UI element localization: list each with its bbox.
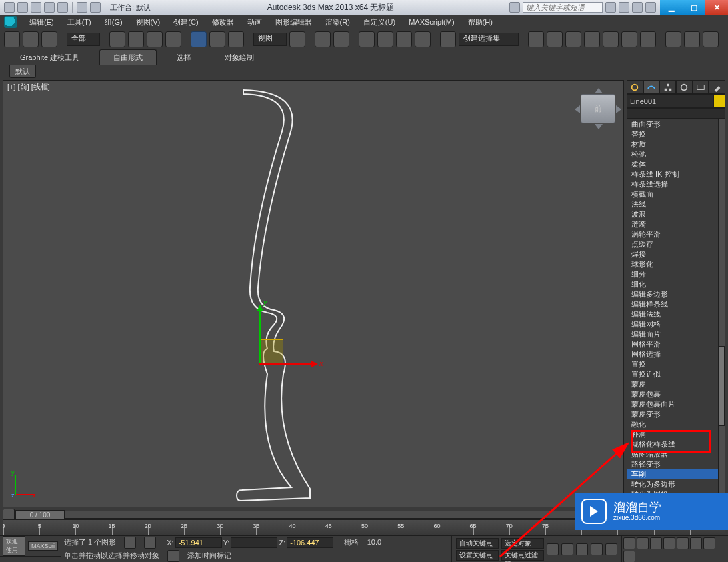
modifier-item[interactable]: 补洞: [627, 429, 725, 439]
menu-0[interactable]: 编辑(E): [23, 18, 61, 26]
time-tag-icon[interactable]: [167, 550, 179, 562]
qat-save-icon[interactable]: [31, 2, 41, 13]
unlink-icon[interactable]: [23, 31, 39, 47]
ribbon-tab-freeform[interactable]: 自由形式: [99, 49, 157, 65]
cp-tab-display[interactable]: [693, 80, 709, 94]
modifier-item[interactable]: 网格平滑: [627, 339, 725, 349]
cp-tab-modify[interactable]: [643, 80, 660, 94]
object-color-swatch[interactable]: [713, 95, 725, 108]
menu-7[interactable]: 图形编辑器: [269, 18, 319, 26]
qat-open-icon[interactable]: [17, 2, 28, 13]
modifier-item[interactable]: 细化: [627, 279, 725, 289]
ribbon-tab-paint[interactable]: 对象绘制: [211, 50, 267, 65]
viewcube-face[interactable]: 前: [595, 104, 602, 114]
spinner-snap-icon[interactable]: [415, 31, 431, 47]
gizmo-x-arrow-icon[interactable]: [311, 361, 318, 367]
modifier-item[interactable]: 横截面: [627, 189, 725, 199]
menu-4[interactable]: 创建(C): [167, 18, 205, 26]
modifier-item[interactable]: 编辑网格: [627, 319, 725, 329]
gizmo-y-axis[interactable]: [259, 311, 261, 363]
render-setup-icon[interactable]: [665, 31, 681, 47]
viewcube-up-arrow-icon[interactable]: [595, 88, 603, 93]
modifier-item[interactable]: 柔体: [627, 159, 725, 169]
object-name-field[interactable]: Line001: [627, 95, 713, 108]
search-icon[interactable]: [605, 2, 616, 13]
menu-6[interactable]: 动画: [241, 18, 269, 26]
menu-9[interactable]: 自定义(U): [357, 18, 402, 26]
modifier-item[interactable]: 规格化样条线: [627, 439, 725, 449]
modifier-item[interactable]: 焊接: [627, 249, 725, 259]
info-arrow-icon[interactable]: [509, 2, 520, 13]
modifier-item[interactable]: 球形化: [627, 259, 725, 269]
modifier-scroll-thumb[interactable]: [718, 346, 725, 426]
zoom-extents-icon[interactable]: [663, 537, 675, 549]
play-icon[interactable]: [576, 543, 588, 555]
prev-frame-icon[interactable]: [561, 543, 573, 555]
modifier-list[interactable]: 曲面变形替换材质松弛柔体样条线 IK 控制样条线选择横截面法线波浪涟漪涡轮平滑点…: [627, 119, 725, 507]
modifier-item[interactable]: 编辑样条线: [627, 299, 725, 309]
cp-tab-motion[interactable]: [676, 80, 693, 94]
menu-5[interactable]: 修改器: [205, 18, 241, 26]
ribbon-sub-default[interactable]: 默认: [9, 65, 36, 78]
modifier-item[interactable]: 样条线选择: [627, 179, 725, 189]
cp-tab-utilities[interactable]: [709, 80, 725, 94]
cp-tab-create[interactable]: [627, 80, 643, 94]
angle-snap-icon[interactable]: [377, 31, 393, 47]
coord-y-field[interactable]: [231, 537, 277, 548]
max-toggle-icon[interactable]: [623, 551, 635, 562]
modifier-item[interactable]: 样条线 IK 控制: [627, 169, 725, 179]
modifier-item[interactable]: 蒙皮变形: [627, 409, 725, 419]
coord-z-field[interactable]: [287, 537, 333, 548]
named-sel-edit-icon[interactable]: [440, 31, 456, 47]
modifier-item[interactable]: 置换: [627, 359, 725, 369]
modifier-item[interactable]: 置换近似: [627, 369, 725, 379]
link-icon[interactable]: [4, 31, 20, 47]
modifier-item[interactable]: 网格选择: [627, 349, 725, 359]
gizmo-xy-plane[interactable]: [259, 339, 283, 363]
window-maximize-button[interactable]: ▢: [683, 0, 705, 15]
modifier-item[interactable]: 路径变形: [627, 459, 725, 469]
modifier-scrollbar[interactable]: [718, 119, 725, 507]
modifier-item[interactable]: 材质: [627, 139, 725, 149]
qat-redo-icon[interactable]: [57, 2, 68, 13]
modifier-item[interactable]: 车削: [627, 469, 725, 479]
viewport[interactable]: [+] [前] [线框] 前 x y x y z: [3, 80, 624, 507]
next-frame-icon[interactable]: [591, 543, 603, 555]
zoom-all-icon[interactable]: [650, 537, 662, 549]
menu-2[interactable]: 组(G): [98, 18, 129, 26]
select-by-name-icon[interactable]: [128, 31, 144, 47]
viewport-label[interactable]: [+] [前] [线框]: [7, 82, 50, 92]
menu-3[interactable]: 视图(V): [129, 18, 167, 26]
named-selection-dropdown[interactable]: 创建选择集: [459, 33, 519, 46]
gizmo-y-arrow-icon[interactable]: [257, 305, 263, 311]
welcome-chip[interactable]: 欢迎使用: [3, 536, 25, 556]
render-production-icon[interactable]: [703, 31, 719, 47]
snap-toggle-icon[interactable]: [359, 31, 375, 47]
window-crossing-icon[interactable]: [165, 31, 181, 47]
percent-snap-icon[interactable]: [396, 31, 412, 47]
rendered-frame-icon[interactable]: [684, 31, 700, 47]
modifier-list-dropdown[interactable]: [627, 108, 725, 119]
modifier-item[interactable]: 细分: [627, 269, 725, 279]
time-slider-knob[interactable]: 0 / 100: [15, 510, 65, 519]
key-filter-button[interactable]: 关键点过滤器...: [501, 550, 544, 561]
setkey-button[interactable]: 设置关键点: [456, 550, 499, 561]
modifier-item[interactable]: 蒙皮包裹面片: [627, 399, 725, 409]
goto-end-icon[interactable]: [605, 543, 617, 555]
gizmo-x-axis[interactable]: [259, 363, 311, 365]
orbit-icon[interactable]: [703, 537, 715, 549]
window-minimize-button[interactable]: ▁: [660, 0, 683, 15]
pan-icon[interactable]: [623, 537, 635, 549]
lock-selection-icon[interactable]: [124, 537, 136, 549]
selection-filter-dropdown[interactable]: 全部: [67, 33, 100, 46]
qat-new-icon[interactable]: [4, 2, 15, 13]
modifier-item[interactable]: 转化为多边形: [627, 479, 725, 489]
zoom-icon[interactable]: [637, 537, 649, 549]
menu-11[interactable]: 帮助(H): [461, 18, 499, 26]
ref-coord-dropdown[interactable]: 视图: [253, 33, 287, 46]
comm-center-icon[interactable]: [619, 2, 629, 13]
graphite-toggle-icon[interactable]: [584, 31, 600, 47]
mirror-icon[interactable]: [528, 31, 544, 47]
menu-8[interactable]: 渲染(R): [319, 18, 357, 26]
qat-link-icon[interactable]: [77, 2, 87, 13]
